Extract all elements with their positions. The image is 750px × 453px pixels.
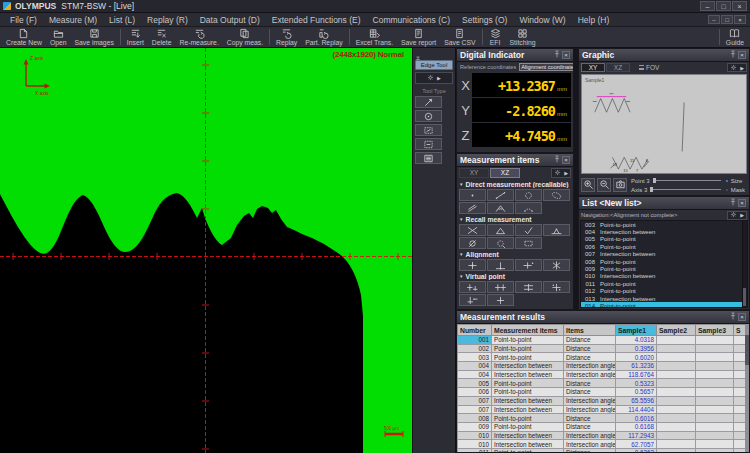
tool-mi-rx-button[interactable] (459, 224, 486, 236)
size-radio[interactable]: Size (725, 178, 745, 184)
mi-tab-xz[interactable]: XZ (490, 168, 520, 178)
graphic-tab-xy[interactable]: XY (581, 63, 605, 72)
table-row-011-13[interactable]: 011Point-to-pointDistance0.6262 (458, 448, 749, 452)
table-row-007-8[interactable]: 007Intersection betweenIntersection angl… (458, 405, 749, 414)
column-header-measurement-items[interactable]: Measurement items (492, 325, 564, 336)
table-row-006-6[interactable]: 006Point-to-pointDistance0.5657 (458, 388, 749, 397)
tool-mi-rplane-button[interactable] (543, 224, 570, 236)
di-tab-reference-coordinates[interactable]: Reference coordinates (459, 64, 517, 70)
toolbar-create-new-button[interactable]: Create New (2, 27, 46, 47)
edge-tool-et-rect-arrow-button[interactable] (415, 124, 442, 136)
menu-item-communications[interactable]: Communications (C) (367, 15, 456, 25)
toolbar-copy-meas-button[interactable]: Copy meas. (223, 27, 267, 47)
tool-mi-ellipse-button[interactable] (543, 189, 570, 201)
column-header-sample3[interactable]: Sample3 (696, 325, 734, 336)
tool-mi-point-button[interactable] (459, 189, 486, 201)
tool-mi-v6-button[interactable] (487, 294, 514, 306)
close-icon[interactable]: × (738, 199, 746, 207)
list-scrollbar[interactable] (742, 221, 747, 307)
menu-item-replay[interactable]: Replay (R) (141, 15, 194, 25)
mdi-minimize-button[interactable]: – (708, 15, 720, 24)
point-slider-thumb[interactable] (653, 178, 656, 183)
tool-mi-circle-button[interactable] (515, 189, 542, 201)
menu-item-data[interactable]: Data Output (D) (194, 15, 266, 25)
mdi-close-button[interactable]: × (734, 15, 746, 24)
tool-mi-v4-button[interactable] (543, 281, 570, 293)
menu-item-help[interactable]: Help (H) (572, 15, 616, 25)
toolbar-stitching-button[interactable]: Stitching (506, 27, 540, 47)
section-header-alignment[interactable]: ▼Alignment (457, 250, 573, 258)
minimize-button[interactable]: – (700, 1, 715, 11)
capture-button[interactable] (613, 178, 627, 192)
menu-item-settings[interactable]: Settings (O) (456, 15, 513, 25)
list-item-008[interactable]: 008Point-to-point (581, 258, 747, 265)
axis-slider-thumb[interactable] (650, 187, 653, 192)
close-icon[interactable]: × (562, 156, 570, 164)
edge-tool-et-line-button[interactable] (415, 96, 442, 108)
list-item-013[interactable]: 013Intersection between (581, 295, 747, 302)
edge-tool-tab[interactable]: Edge Tool (415, 60, 453, 70)
graphic-canvas[interactable]: Sample1 13157611 (581, 74, 747, 174)
graphic-tab-xz[interactable]: XZ (606, 63, 630, 72)
menu-item-measure[interactable]: Measure (M) (43, 15, 103, 25)
table-row-004-4[interactable]: 004Intersection betweenIntersection angl… (458, 370, 749, 379)
results-scrollbar[interactable] (745, 324, 749, 452)
zoom-in-button[interactable] (581, 178, 595, 192)
axis-slider[interactable] (650, 189, 720, 190)
pin-icon[interactable] (730, 198, 736, 208)
section-header-direct-measurement-recallable[interactable]: ▼Direct measurement (recallable) (457, 180, 573, 188)
list-item-012[interactable]: 012Point-to-point (581, 288, 747, 295)
close-icon[interactable]: × (738, 313, 746, 321)
mdi-restore-button[interactable]: □ (721, 15, 733, 24)
table-row-001-0[interactable]: 001Point-to-pointDistance4.0318 (458, 336, 749, 345)
tool-mi-v3-button[interactable] (515, 281, 542, 293)
list-item-005[interactable]: 005Point-to-point (581, 236, 747, 243)
table-row-004-3[interactable]: 004Intersection betweenIntersection angl… (458, 362, 749, 371)
list-item-010[interactable]: 010Intersection between (581, 273, 747, 280)
tool-mi-line-button[interactable] (487, 189, 514, 201)
tool-mi-v1-button[interactable] (459, 281, 486, 293)
list-item-014[interactable]: 014Point-to-point (581, 302, 747, 308)
toolbar-save-report-button[interactable]: Save report (397, 27, 440, 47)
graphic-settings[interactable]: ▶ (727, 63, 747, 72)
table-row-008-9[interactable]: 008Point-to-pointDistance0.6016 (458, 414, 749, 423)
mask-radio[interactable]: Mask (725, 187, 745, 193)
column-header-sample1[interactable]: Sample1 (616, 325, 657, 336)
table-row-002-1[interactable]: 002Point-to-pointDistance0.3956 (458, 344, 749, 353)
toolbar-part-replay-button[interactable]: Part. Replay (301, 27, 346, 47)
tool-mi-a1-button[interactable] (459, 259, 486, 271)
tool-mi-a2-button[interactable] (487, 259, 514, 271)
list-item-009[interactable]: 009Point-to-point (581, 265, 747, 272)
list-item-004[interactable]: 004Intersection between (581, 228, 747, 235)
tool-mi-rcircle-button[interactable] (487, 237, 514, 249)
column-header-number[interactable]: Number (458, 325, 492, 336)
tool-mi-rrect-button[interactable] (515, 237, 542, 249)
edge-tool-et-rect-button[interactable] (415, 138, 442, 150)
tool-mi-arc-button[interactable] (515, 202, 542, 214)
section-header-virtual-point[interactable]: ▼Virtual point (457, 272, 573, 280)
menu-item-extended[interactable]: Extended Functions (E) (266, 15, 367, 25)
list-settings[interactable]: ▶ (727, 211, 747, 220)
toolbar-efi-button[interactable]: EFI (485, 27, 506, 47)
menu-item-window[interactable]: Window (W) (513, 15, 571, 25)
table-row-007-7[interactable]: 007Intersection betweenIntersection angl… (458, 396, 749, 405)
fov-toggle[interactable]: FOV (639, 64, 659, 71)
edge-tool-settings[interactable]: ▶ (415, 72, 453, 84)
pin-icon[interactable] (554, 50, 560, 60)
tool-mi-angle-button[interactable] (487, 202, 514, 214)
mi-tab-xy[interactable]: XY (459, 168, 489, 178)
tool-mi-v2-button[interactable] (487, 281, 514, 293)
toolbar-open-button[interactable]: Open (46, 27, 71, 47)
point-slider[interactable] (653, 180, 721, 181)
menu-item-file[interactable]: File (F) (4, 15, 43, 25)
tool-mi-a4-button[interactable] (543, 259, 570, 271)
list-scrollbar-thumb[interactable] (743, 288, 746, 306)
menu-item-list[interactable]: List (L) (103, 15, 141, 25)
close-icon[interactable]: × (738, 51, 746, 59)
section-header-recall-measurement[interactable]: ▼Recall measurement (457, 215, 573, 223)
tool-mi-dist-button[interactable] (459, 202, 486, 214)
toolbar-guide-button[interactable]: Guide (722, 27, 748, 47)
toolbar-save-images-button[interactable]: Save images (71, 27, 118, 47)
toolbar-re-measure-button[interactable]: Re-measure. (175, 27, 222, 47)
tool-mi-rcheck-button[interactable] (515, 224, 542, 236)
